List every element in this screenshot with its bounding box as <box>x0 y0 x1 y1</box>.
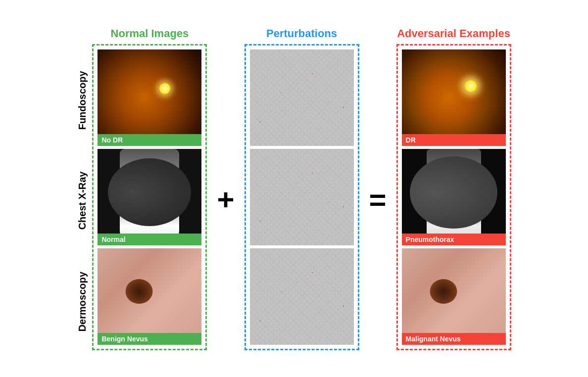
benign-nevus-label: Benign Nevus <box>98 333 201 345</box>
normal-title: Normal Images <box>111 27 189 40</box>
row-label-fundoscopy: Fundoscopy <box>77 50 88 150</box>
perturbations-title: Perturbations <box>266 27 337 40</box>
fundoscopy-normal-image: No DR <box>98 49 201 146</box>
dermoscopy-adv-image: Malignant Nevus <box>402 248 506 345</box>
chest-adv-bg <box>402 149 506 245</box>
pneumothorax-label: Pneumothorax <box>402 234 506 245</box>
row-label-dermoscopy: Dermoscopy <box>77 251 88 352</box>
perturbation-3-bg <box>250 248 354 345</box>
malignant-nevus-label: Malignant Nevus <box>402 333 506 345</box>
dr-label: DR <box>402 134 506 146</box>
perturbation-2 <box>250 149 354 245</box>
dermoscopy-adv-bg <box>402 248 506 345</box>
chest-normal-image: Normal <box>98 149 201 245</box>
chest-adv-image: Pneumothorax <box>402 149 506 245</box>
row-labels: Fundoscopy Chest X-Ray Dermoscopy <box>77 25 88 352</box>
perturbation-2-bg <box>250 149 354 245</box>
no-dr-label: No DR <box>98 134 201 146</box>
perturbations-section: Perturbations <box>245 27 359 350</box>
row-label-chest: Chest X-Ray <box>77 150 88 251</box>
perturbations-dashed-box <box>245 44 359 350</box>
dermoscopy-normal-image: Benign Nevus <box>98 248 201 345</box>
adversarial-section: Adversarial Examples DR Pneumothorax Mal… <box>396 27 511 350</box>
chest-xray-bg <box>98 149 201 245</box>
equals-operator: = <box>369 160 387 217</box>
perturbation-3 <box>250 248 354 345</box>
normal-label: Normal <box>98 234 201 245</box>
perturbation-1 <box>250 49 354 146</box>
normal-dashed-box: No DR Normal Benign Nevus <box>92 44 207 350</box>
adversarial-dashed-box: DR Pneumothorax Malignant Nevus <box>396 44 511 350</box>
perturbation-1-bg <box>250 49 354 146</box>
fundoscopy-adv-image: DR <box>402 49 506 146</box>
main-container: Fundoscopy Chest X-Ray Dermoscopy Normal… <box>0 0 588 377</box>
dermoscopy-bg <box>98 248 201 345</box>
normal-section: Normal Images No DR Normal Benign Nevus <box>92 27 207 350</box>
fundoscopy-normal-bg <box>98 49 201 146</box>
fundoscopy-adv-bg <box>402 49 506 146</box>
adversarial-title: Adversarial Examples <box>397 27 510 40</box>
plus-operator: + <box>217 160 234 217</box>
